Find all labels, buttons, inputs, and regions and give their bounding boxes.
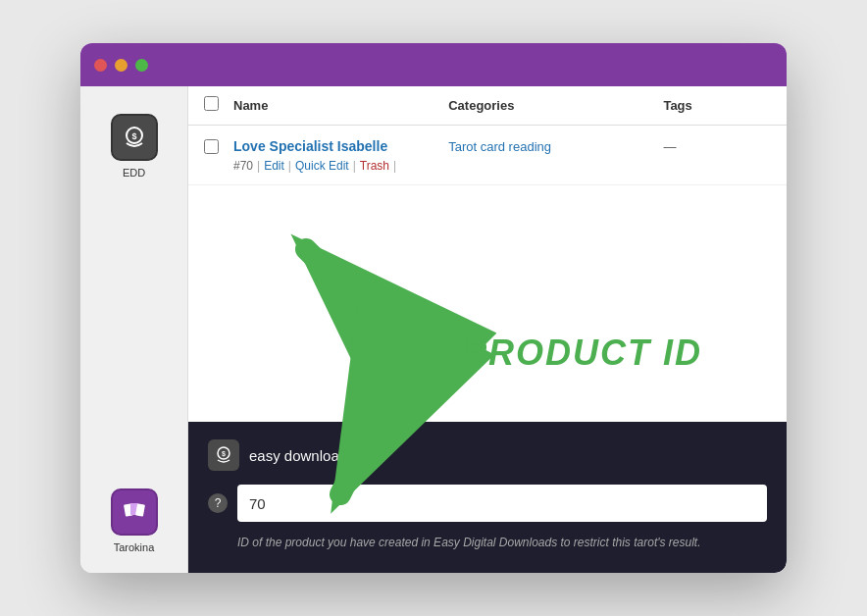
title-bar [80,43,787,86]
table-row: Love Specialist Isabelle #70 | Edit | Qu… [188,126,787,185]
header-tags: Tags [663,98,771,113]
help-icon[interactable]: ? [208,493,228,513]
row-id: #70 [233,159,253,173]
header-categories: Categories [448,98,663,113]
panel-description: ID of the product you have created in Ea… [237,534,767,551]
row-tags: — [663,137,771,154]
panel-input-row: ? [208,485,767,522]
tarokina-icon [111,488,158,536]
panel-logo-row: $ easy downloads [208,439,767,471]
edd-icon: $ [111,114,158,161]
app-window: $ EDD Tarokina [80,43,787,573]
sep-3: | [353,159,356,173]
bottom-panel: $ easy downloads ? ID of the product you… [188,422,787,573]
svg-text:$: $ [131,131,136,141]
row-actions: #70 | Edit | Quick Edit | Trash | [233,159,448,173]
select-all-checkbox[interactable] [204,96,219,111]
product-name-link[interactable]: Love Specialist Isabelle [233,138,387,154]
sidebar-edd-label: EDD [123,167,145,179]
table-header: Name Categories Tags [188,86,787,126]
minimize-button[interactable] [115,59,128,72]
panel-logo-text: easy downloads [249,447,355,464]
product-id-label: PRODUCT ID [463,333,702,374]
header-checkbox-col [204,96,233,115]
sidebar-tarokina-label: Tarokina [114,541,155,553]
quick-edit-link[interactable]: Quick Edit [295,159,349,173]
sep-4: | [393,159,396,173]
edit-link[interactable]: Edit [264,159,284,173]
sidebar-item-tarokina[interactable]: Tarokina [103,481,166,561]
row-select-checkbox[interactable] [204,139,219,154]
sep-1: | [257,159,260,173]
close-button[interactable] [94,59,107,72]
sidebar: $ EDD Tarokina [80,86,188,573]
row-name-col: Love Specialist Isabelle #70 | Edit | Qu… [233,137,448,173]
row-checkbox-col [204,137,233,158]
panel-logo-icon: $ [208,439,239,471]
trash-link[interactable]: Trash [360,159,389,173]
maximize-button[interactable] [135,59,148,72]
sidebar-item-edd[interactable]: $ EDD [103,106,166,186]
window-body: $ EDD Tarokina [80,86,787,573]
svg-text:$: $ [222,450,226,458]
sep-2: | [288,159,291,173]
row-category: Tarot card reading [448,137,663,154]
main-content: Name Categories Tags Love Specialist Isa… [188,86,787,573]
header-name: Name [233,98,448,113]
product-id-input[interactable] [237,485,767,522]
